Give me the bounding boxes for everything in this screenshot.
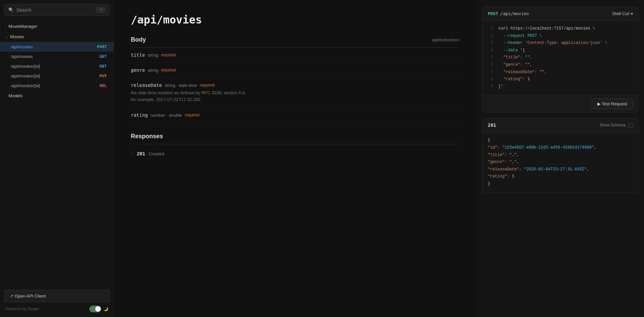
sidebar-item-get-movies-id[interactable]: /api/movies/{id} GET [0, 61, 114, 71]
sidebar-item-put-movies-id[interactable]: /api/movies/{id} PUT [0, 71, 114, 81]
toggle-thumb [95, 306, 101, 312]
code-line-9: 9 }' [488, 83, 633, 91]
field-required-rating: required [185, 113, 200, 117]
sidebar-group-models-label: Models [8, 93, 22, 98]
show-schema-checkbox[interactable] [628, 123, 633, 127]
sidebar-item-get-movies[interactable]: /api/movies GET [0, 52, 114, 61]
response-json-line: "title": "…", [488, 152, 633, 159]
sidebar: 🔍 Search ⌃K › MovieManager ⌄ Movies /api… [0, 0, 114, 317]
chevron-down-icon: ▾ [631, 11, 633, 16]
responses-title: Responses [131, 133, 460, 144]
sidebar-item-post-movies[interactable]: /api/movies POST [0, 42, 114, 52]
response-json-line: "genre": "…", [488, 159, 633, 166]
open-client-label: ↗ Open API Client [10, 294, 46, 299]
body-section-title: Body [131, 36, 146, 43]
field-type-genre: string [148, 68, 158, 73]
show-schema-area: Show Schema [600, 123, 633, 127]
field-title: title string required [131, 48, 460, 63]
code-panel-title: POST/api/movies [488, 11, 529, 16]
code-line-8: 8 "rating": 1 [488, 76, 633, 83]
response-201-desc: Created [149, 151, 164, 156]
response-panel-header: 201 Show Schema [482, 118, 638, 132]
field-desc-releasedate: the date-time notation as defined by RFC… [131, 90, 460, 103]
nav-item-method: POST [96, 44, 108, 49]
nav-item-path: /api/movies/{id} [11, 83, 98, 88]
show-schema-label: Show Schema [600, 123, 626, 127]
sidebar-group-movies[interactable]: ⌄ Movies [0, 32, 114, 42]
sidebar-group-label: MovieManager [8, 24, 37, 29]
responses-section: Responses › 201 Created [131, 133, 460, 160]
sidebar-footer: ↗ Open API Client Powered by Scalar 🌙 [0, 285, 114, 317]
open-api-client-button[interactable]: ↗ Open API Client [4, 290, 110, 302]
code-line-6: 6 "genre": "", [488, 61, 633, 69]
toggle-track[interactable] [89, 306, 101, 312]
test-request-label: ▶ Test Request [597, 101, 627, 106]
response-json-line: } [488, 180, 633, 188]
field-required-genre: required [161, 68, 176, 72]
response-json: { "id": "123e4567-e89b-12d3-a456-4266141… [482, 132, 638, 192]
search-shortcut: ⌃K [96, 7, 105, 13]
field-name-releasedate: releaseDate [131, 83, 162, 88]
response-json-line: "id": "123e4567-e89b-12d3-a456-426614174… [488, 144, 633, 152]
field-name-title: title [131, 52, 145, 58]
code-path-label: /api/movies [500, 11, 529, 16]
code-line-7: 7 "releaseDate": "", [488, 69, 633, 76]
nav-item-path: /api/movies [11, 44, 96, 49]
sidebar-group-moviemanager[interactable]: › MovieManager [0, 21, 114, 32]
response-201-row[interactable]: › 201 Created [131, 148, 460, 160]
nav-item-method: GET [98, 54, 108, 59]
code-line-2: 2 --request POST \ [488, 33, 633, 40]
search-bar[interactable]: 🔍 Search ⌃K [4, 4, 110, 16]
response-chevron-icon: › [132, 152, 133, 156]
response-json-line: { [488, 137, 633, 144]
field-type-title: string [148, 53, 158, 58]
sidebar-group-movies-label: Movies [10, 34, 24, 39]
sidebar-group-models[interactable]: › Models [0, 91, 114, 101]
code-line-4: 4 --data '{ [488, 47, 633, 54]
theme-toggle[interactable]: 🌙 [89, 306, 108, 312]
search-placeholder: Search [16, 7, 93, 13]
field-genre: genre string required [131, 63, 460, 78]
main-content: /api/movies Body application/json title … [114, 0, 476, 317]
nav-item-method: GET [98, 64, 108, 69]
code-panel-header: POST/api/movies Shell Curl ▾ [482, 7, 638, 20]
field-name-rating: rating [131, 112, 148, 118]
chevron-right-icon: › [5, 24, 6, 28]
powered-by-text: Powered by Scalar [5, 307, 39, 311]
response-status-code: 201 [488, 122, 496, 128]
code-panel: POST/api/movies Shell Curl ▾ 1 curl http… [482, 7, 639, 113]
shell-curl-button[interactable]: Shell Curl ▾ [612, 11, 633, 16]
response-json-line: "rating": 1 [488, 173, 633, 180]
code-panel-footer: ▶ Test Request [482, 95, 638, 112]
field-name-genre: genre [131, 67, 145, 73]
moon-icon: 🌙 [103, 307, 108, 311]
response-panel: 201 Show Schema { "id": "123e4567-e89b-1… [482, 118, 639, 193]
code-method-label: POST [488, 11, 498, 16]
response-json-line: "releaseDate": "2025-02-04T23:27:31.645Z… [488, 166, 633, 173]
right-panel: POST/api/movies Shell Curl ▾ 1 curl http… [476, 0, 644, 317]
response-201-code: 201 [137, 151, 145, 156]
sidebar-item-del-movies-id[interactable]: /api/movies/{id} DEL [0, 81, 114, 91]
nav-item-method: DEL [98, 83, 108, 88]
nav-item-method: PUT [98, 73, 108, 78]
code-line-1: 1 curl https://localhost:7157/api/movies… [488, 25, 633, 33]
nav-item-path: /api/movies [11, 54, 98, 59]
field-releasedate: releaseDate string · date-time required … [131, 78, 460, 108]
sidebar-nav: › MovieManager ⌄ Movies /api/movies POST… [0, 20, 114, 285]
search-icon: 🔍 [8, 7, 14, 12]
field-type-rating: number · double [151, 113, 182, 118]
powered-by-bar: Powered by Scalar 🌙 [4, 302, 110, 313]
field-rating: rating number · double required [131, 108, 460, 123]
field-required-title: required [161, 53, 176, 57]
code-line-3: 3 --header 'Content-Type: application/js… [488, 40, 633, 47]
field-type-releasedate: string · date-time [165, 83, 197, 88]
nav-item-path: /api/movies/{id} [11, 73, 98, 78]
page-title: /api/movies [131, 13, 460, 26]
chevron-right-icon: › [5, 94, 6, 98]
test-request-button[interactable]: ▶ Test Request [592, 99, 633, 109]
chevron-down-icon: ⌄ [5, 35, 8, 39]
shell-curl-label: Shell Curl [612, 11, 630, 16]
content-type-badge: application/json [432, 38, 460, 42]
nav-item-path: /api/movies/{id} [11, 64, 98, 69]
body-section-header: Body application/json [131, 36, 460, 48]
